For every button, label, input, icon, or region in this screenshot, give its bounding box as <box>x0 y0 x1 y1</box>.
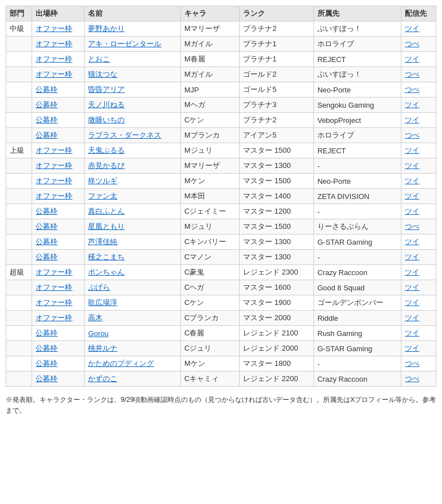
slot-link[interactable]: オファー枠 <box>36 55 72 63</box>
stream-link[interactable]: ツイ <box>405 100 419 109</box>
slot-link[interactable]: オファー枠 <box>36 192 72 200</box>
slot-link[interactable]: 公募枠 <box>36 222 58 231</box>
name-link[interactable]: かためのプディング <box>88 359 154 368</box>
name-link[interactable]: ぷげら <box>88 283 110 291</box>
stream-link[interactable]: ツイ <box>405 253 419 261</box>
slot-link[interactable]: 公募枠 <box>36 329 58 337</box>
slot-link[interactable]: オファー枠 <box>36 161 72 170</box>
slot-link[interactable]: オファー枠 <box>36 176 72 185</box>
stream-link[interactable]: ツイ <box>405 344 419 352</box>
slot-link[interactable]: 公募枠 <box>36 359 58 368</box>
slot-link[interactable]: 公募枠 <box>36 374 58 383</box>
rank-cell: マスター 1600 <box>240 280 314 295</box>
name-cell: Gorou <box>85 326 180 341</box>
stream-link[interactable]: ツイ <box>405 313 419 322</box>
stream-link[interactable]: つべ <box>405 39 419 48</box>
name-link[interactable]: 夢野あかり <box>88 24 125 33</box>
division-cell <box>6 37 32 52</box>
slot-link[interactable]: 公募枠 <box>36 100 58 109</box>
name-link[interactable]: 猫汰つな <box>88 70 117 78</box>
stream-cell: ツイ <box>401 204 436 219</box>
slot-cell: オファー枠 <box>32 280 85 295</box>
slot-link[interactable]: 公募枠 <box>36 207 58 215</box>
name-link[interactable]: とおこ <box>88 55 110 63</box>
name-link[interactable]: ラプラス・ダークネス <box>88 131 161 139</box>
stream-link[interactable]: つべ <box>405 85 419 94</box>
org-cell: - <box>313 204 401 219</box>
stream-link[interactable]: ツイ <box>405 283 419 291</box>
slot-link[interactable]: オファー枠 <box>36 39 72 48</box>
org-cell: Good 8 Squad <box>313 280 401 295</box>
name-link[interactable]: Gorou <box>88 329 108 338</box>
stream-link[interactable]: つべ <box>405 374 419 383</box>
name-link[interactable]: 天鬼ぷるる <box>88 146 125 154</box>
name-link[interactable]: 星凰ともり <box>88 222 125 231</box>
stream-link[interactable]: ツイ <box>405 207 419 215</box>
stream-link[interactable]: ツイ <box>405 146 419 154</box>
name-link[interactable]: 歌広場淳 <box>88 298 117 307</box>
name-link[interactable]: 昏昏アリア <box>88 85 125 94</box>
name-link[interactable]: 真白ふとん <box>88 207 125 215</box>
name-link[interactable]: 高木 <box>88 313 103 322</box>
name-link[interactable]: 微睡いちの <box>88 116 125 124</box>
slot-link[interactable]: オファー枠 <box>36 313 72 322</box>
chara-cell: Mヘガ <box>180 98 239 113</box>
stream-link[interactable]: ツイ <box>405 55 419 63</box>
stream-link[interactable]: つべ <box>405 70 419 78</box>
slot-cell: 公募枠 <box>32 356 85 372</box>
name-link[interactable]: 桃井ルナ <box>88 344 117 352</box>
rank-cell: プラチナ2 <box>240 21 314 37</box>
slot-cell: オファー枠 <box>32 21 85 37</box>
slot-link[interactable]: 公募枠 <box>36 344 58 352</box>
stream-link[interactable]: ツイ <box>405 176 419 185</box>
stream-link[interactable]: ツイ <box>405 237 419 246</box>
stream-link[interactable]: ツイ <box>405 192 419 200</box>
slot-link[interactable]: 公募枠 <box>36 116 58 124</box>
slot-link[interactable]: オファー枠 <box>36 283 72 291</box>
slot-link[interactable]: 公募枠 <box>36 253 58 261</box>
name-link[interactable]: かずのこ <box>88 374 117 383</box>
chara-cell: MJP <box>180 82 239 98</box>
slot-cell: 公募枠 <box>32 82 85 98</box>
stream-link[interactable]: ツイ <box>405 161 419 170</box>
stream-cell: つべ <box>401 372 436 387</box>
stream-link[interactable]: つべ <box>405 359 419 368</box>
stream-link[interactable]: ツイ <box>405 329 419 337</box>
division-cell <box>6 280 32 295</box>
name-link[interactable]: 柊ツルギ <box>88 176 117 185</box>
org-cell: - <box>313 356 401 372</box>
name-link[interactable]: ファン太 <box>88 192 117 200</box>
slot-link[interactable]: オファー枠 <box>36 268 72 276</box>
name-link[interactable]: 芦澤佳純 <box>88 237 117 246</box>
stream-cell: ツイ <box>401 52 436 67</box>
stream-link[interactable]: ツイ <box>405 298 419 307</box>
slot-link[interactable]: 公募枠 <box>36 85 58 94</box>
table-row: 公募枠桃井ルナCジュリレジェンド 2000G-STAR Gamingツイ <box>6 341 436 356</box>
stream-link[interactable]: つべ <box>405 222 419 231</box>
stream-link[interactable]: つべ <box>405 131 419 139</box>
table-row: 公募枠星凰ともりMジュリマスター 1500りーさるぶらんつべ <box>6 219 436 235</box>
name-link[interactable]: ポンちゃん <box>88 268 125 276</box>
name-link[interactable]: アキ・ローゼンタール <box>88 39 161 48</box>
stream-link[interactable]: ツイ <box>405 268 419 276</box>
stream-cell: つべ <box>401 82 436 98</box>
table-row: オファー枠歌広場淳Cケンマスター 1900ゴールデンボンバーツイ <box>6 295 436 311</box>
slot-link[interactable]: 公募枠 <box>36 237 58 246</box>
name-link[interactable]: 赤見かるび <box>88 161 125 170</box>
column-header: 所属先 <box>313 6 401 21</box>
slot-link[interactable]: オファー枠 <box>36 298 72 307</box>
slot-link[interactable]: 公募枠 <box>36 131 58 139</box>
stream-link[interactable]: ツイ <box>405 24 419 33</box>
name-link[interactable]: 天ノ川ねる <box>88 100 125 109</box>
slot-cell: 公募枠 <box>32 204 85 219</box>
stream-link[interactable]: ツイ <box>405 116 419 124</box>
org-cell: G-STAR Gaming <box>313 235 401 250</box>
chara-cell: Cジュリ <box>180 341 239 356</box>
org-cell: Rush Gaming <box>313 326 401 341</box>
slot-link[interactable]: オファー枠 <box>36 24 72 33</box>
chara-cell: Mガイル <box>180 67 239 82</box>
name-link[interactable]: 槿之こまち <box>88 253 125 261</box>
slot-link[interactable]: オファー枠 <box>36 70 72 78</box>
chara-cell: Cブランカ <box>180 311 239 326</box>
slot-link[interactable]: オファー枠 <box>36 146 72 154</box>
